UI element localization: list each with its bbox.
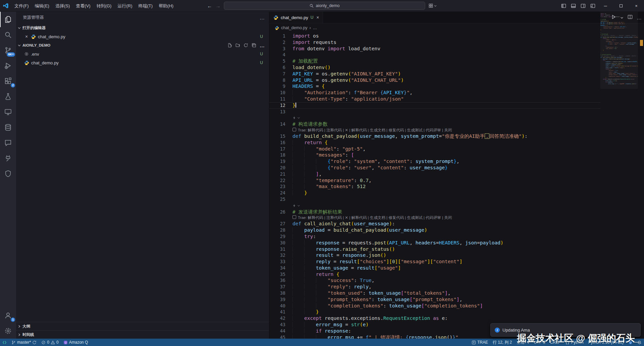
line-number[interactable]: 39 <box>269 296 285 303</box>
line-number[interactable]: 5 <box>269 58 285 64</box>
code-line-23[interactable]: 23 "max_tokens": 512 <box>269 183 600 190</box>
accounts-button[interactable]: 1 <box>0 308 16 323</box>
code-line-20[interactable]: 20 {"role": "user", "content": user_mess… <box>269 165 600 171</box>
code-line-7[interactable]: 7API_KEY = os.getenv("AIONLY_API_KEY") <box>269 71 600 77</box>
code-line-25[interactable]: 25 <box>269 196 600 203</box>
command-center-search[interactable]: aionly_demo <box>224 2 425 10</box>
code-line-39[interactable]: 39 "prompt_tokens": token_usage["prompt_… <box>269 296 600 303</box>
trae-codelens[interactable]: Trae: 解释代码 | 注释代码 | ✕ | 解释代码 | 生成文档 | 修复… <box>269 215 600 221</box>
code-line-35[interactable]: 35 return { <box>269 271 600 278</box>
customize-layout-icon[interactable] <box>588 3 598 8</box>
code-line-8[interactable]: 8API_URL = os.getenv("AIONLY_CHAT_URL") <box>269 77 600 83</box>
line-number[interactable]: 14 <box>269 121 285 127</box>
toggle-secondary-sidebar-icon[interactable] <box>578 3 588 8</box>
line-number[interactable]: 19 <box>269 158 285 165</box>
forward-arrow-icon[interactable]: → <box>216 3 221 9</box>
code-line-17[interactable]: 17 "model": "gpt-5", <box>269 146 600 152</box>
activity-explorer[interactable] <box>0 12 16 27</box>
trae-inline-ai-button[interactable] <box>269 203 600 209</box>
code-line-15[interactable]: 15def build_chat_payload(user_message, s… <box>269 133 600 139</box>
line-number[interactable]: 6 <box>269 64 285 71</box>
line-number[interactable]: 1 <box>269 33 285 39</box>
code-line-36[interactable]: 36 "success": True, <box>269 277 600 284</box>
line-number[interactable]: 22 <box>269 177 285 184</box>
python-interpreter[interactable]: Python 3.13 (64-bit) <box>586 339 626 346</box>
code-line-30[interactable]: 30 response = requests.post(API_URL, hea… <box>269 240 600 246</box>
code-line-26[interactable]: 26# 发送请求并解析结果 <box>269 209 600 215</box>
toggle-sidebar-icon[interactable] <box>559 3 569 8</box>
line-number[interactable]: 36 <box>269 277 285 284</box>
line-number[interactable]: 8 <box>269 77 285 83</box>
code-line-27[interactable]: 27def call_aionly_chat(user_message): <box>269 221 600 227</box>
line-number[interactable]: 40 <box>269 303 285 309</box>
activity-run-debug[interactable] <box>0 58 16 73</box>
cursor-position[interactable]: 行 12, 列 2 <box>490 339 514 346</box>
line-number[interactable]: 38 <box>269 290 285 296</box>
code-line-32[interactable]: 32 result = response.json() <box>269 252 600 258</box>
code-line-33[interactable]: 33 reply = result["choices"][0]["message… <box>269 258 600 265</box>
code-line-2[interactable]: 2import requests <box>269 39 600 46</box>
line-number[interactable]: 41 <box>269 309 285 315</box>
line-number[interactable]: 23 <box>269 183 285 190</box>
code-line-38[interactable]: 38 "token_used": token_usage["total_toke… <box>269 290 600 296</box>
line-number[interactable]: 9 <box>269 83 285 90</box>
refresh-icon[interactable] <box>244 43 248 48</box>
code-line-9[interactable]: 9HEADERS = { <box>269 83 600 90</box>
activity-search[interactable] <box>0 27 16 43</box>
line-number[interactable]: 43 <box>269 322 285 328</box>
menubar-item[interactable]: 文件(F) <box>11 0 32 12</box>
line-number[interactable]: 21 <box>269 171 285 177</box>
tab-close-icon[interactable]: × <box>316 15 319 20</box>
line-number[interactable]: 44 <box>269 328 285 334</box>
new-file-icon[interactable] <box>227 43 232 48</box>
code-line-28[interactable]: 28 payload = build_chat_payload(user_mes… <box>269 227 600 233</box>
code-line-41[interactable]: 41 } <box>269 309 600 315</box>
line-number[interactable]: 33 <box>269 258 285 265</box>
back-arrow-icon[interactable]: ← <box>207 3 212 9</box>
line-number[interactable]: 28 <box>269 227 285 233</box>
code-line-22[interactable]: 22 "temperature": 0.7, <box>269 177 600 184</box>
menubar-item[interactable]: 终端(T) <box>135 0 156 12</box>
line-number[interactable]: 18 <box>269 152 285 158</box>
code-line-14[interactable]: 14# 构造请求参数 <box>269 121 600 127</box>
line-number[interactable]: 26 <box>269 209 285 215</box>
line-number[interactable]: 3 <box>269 46 285 52</box>
activity-extensions[interactable]: 2 <box>0 73 16 89</box>
menubar-item[interactable]: 运行(R) <box>114 0 135 12</box>
menubar-item[interactable]: 转到(G) <box>94 0 115 12</box>
git-branch-status[interactable]: master* <box>9 339 39 346</box>
code-editor[interactable]: 1import os2import requests3from dotenv i… <box>269 32 600 339</box>
menubar-item[interactable]: 选择(S) <box>52 0 73 12</box>
notification-toast[interactable]: i Updating Ama <box>490 323 641 337</box>
line-number[interactable]: 17 <box>269 146 285 152</box>
close-editor-icon[interactable]: × <box>24 34 29 39</box>
code-line-16[interactable]: 16 return { <box>269 139 600 146</box>
line-number[interactable]: 27 <box>269 221 285 227</box>
code-line-11[interactable]: 11 "Content-Type": "application/json" <box>269 96 600 102</box>
activity-security[interactable] <box>0 166 16 181</box>
code-line-5[interactable]: 5# 加载配置 <box>269 58 600 64</box>
code-line-29[interactable]: 29 try: <box>269 233 600 240</box>
menubar-item[interactable]: 帮助(H) <box>156 0 176 12</box>
language-mode[interactable]: {} Python <box>563 339 586 346</box>
line-number[interactable]: 37 <box>269 284 285 290</box>
breadcrumb[interactable]: chat_demo.py › … <box>269 23 644 32</box>
settings-button[interactable] <box>0 323 16 339</box>
code-line-31[interactable]: 31 response.raise_for_status() <box>269 246 600 252</box>
code-line-34[interactable]: 34 token_usage = result["usage"] <box>269 265 600 271</box>
line-number[interactable]: 16 <box>269 139 285 146</box>
session-layout-icon[interactable] <box>429 3 437 8</box>
code-line-10[interactable]: 10 "Authorization": f"Bearer {API_KEY}", <box>269 90 600 96</box>
line-number[interactable]: 15 <box>269 133 285 139</box>
line-number[interactable]: 35 <box>269 271 285 278</box>
encoding-status[interactable]: UTF-8 <box>532 339 548 346</box>
code-line-18[interactable]: 18 "messages": [ <box>269 152 600 158</box>
code-line-1[interactable]: 1import os <box>269 33 600 39</box>
problems-status[interactable]: 0 0 <box>39 339 61 346</box>
activity-plugin[interactable] <box>0 151 16 166</box>
activity-comments[interactable] <box>0 135 16 151</box>
toggle-panel-icon[interactable] <box>569 3 578 8</box>
line-number[interactable]: 29 <box>269 233 285 240</box>
amazonq-statusbar-icon[interactable]: Q <box>626 339 635 346</box>
file-item-env[interactable]: .env U <box>16 50 269 58</box>
